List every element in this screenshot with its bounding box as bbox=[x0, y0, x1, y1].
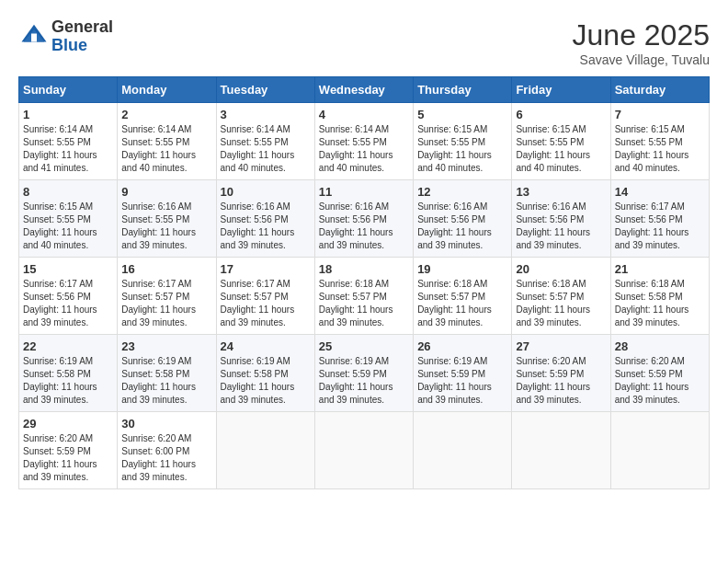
title-block: June 2025 Savave Village, Tuvalu bbox=[573, 18, 710, 67]
day-number: 24 bbox=[221, 339, 311, 353]
calendar-table: SundayMondayTuesdayWednesdayThursdayFrid… bbox=[18, 76, 710, 489]
day-number: 13 bbox=[516, 185, 606, 199]
day-info: Sunrise: 6:20 AM Sunset: 5:59 PM Dayligh… bbox=[615, 355, 705, 407]
calendar-day-cell: 5 Sunrise: 6:15 AM Sunset: 5:55 PM Dayli… bbox=[414, 103, 512, 180]
day-number: 7 bbox=[615, 108, 705, 121]
day-info: Sunrise: 6:18 AM Sunset: 5:57 PM Dayligh… bbox=[417, 278, 507, 329]
calendar-day-cell bbox=[314, 412, 413, 489]
day-number: 10 bbox=[221, 185, 311, 199]
calendar-day-cell bbox=[414, 412, 512, 489]
calendar-day-cell: 14 Sunrise: 6:17 AM Sunset: 5:56 PM Dayl… bbox=[610, 180, 709, 258]
calendar-week-2: 8 Sunrise: 6:15 AM Sunset: 5:55 PM Dayli… bbox=[19, 180, 710, 258]
month-title: June 2025 bbox=[573, 18, 710, 52]
weekday-header-thursday: Thursday bbox=[414, 77, 512, 103]
logo: General Blue bbox=[18, 18, 113, 55]
calendar-day-cell: 20 Sunrise: 6:18 AM Sunset: 5:57 PM Dayl… bbox=[512, 258, 610, 335]
calendar-day-cell bbox=[512, 412, 610, 489]
day-info: Sunrise: 6:19 AM Sunset: 5:59 PM Dayligh… bbox=[319, 355, 409, 407]
day-number: 27 bbox=[516, 339, 606, 353]
day-number: 2 bbox=[121, 108, 211, 121]
calendar-day-cell: 8 Sunrise: 6:15 AM Sunset: 5:55 PM Dayli… bbox=[19, 180, 118, 258]
day-info: Sunrise: 6:19 AM Sunset: 5:58 PM Dayligh… bbox=[23, 355, 113, 407]
day-number: 29 bbox=[23, 417, 113, 431]
calendar-week-4: 22 Sunrise: 6:19 AM Sunset: 5:58 PM Dayl… bbox=[19, 335, 710, 412]
calendar-day-cell: 26 Sunrise: 6:19 AM Sunset: 5:59 PM Dayl… bbox=[414, 335, 512, 412]
day-number: 5 bbox=[417, 108, 507, 121]
day-info: Sunrise: 6:18 AM Sunset: 5:57 PM Dayligh… bbox=[319, 278, 409, 329]
day-number: 4 bbox=[319, 108, 409, 121]
calendar-day-cell: 11 Sunrise: 6:16 AM Sunset: 5:56 PM Dayl… bbox=[314, 180, 413, 258]
calendar-day-cell bbox=[610, 412, 709, 489]
calendar-day-cell: 3 Sunrise: 6:14 AM Sunset: 5:55 PM Dayli… bbox=[216, 103, 314, 180]
day-info: Sunrise: 6:19 AM Sunset: 5:59 PM Dayligh… bbox=[417, 355, 507, 407]
day-info: Sunrise: 6:15 AM Sunset: 5:55 PM Dayligh… bbox=[516, 123, 606, 175]
calendar-day-cell bbox=[216, 412, 314, 489]
calendar-day-cell: 6 Sunrise: 6:15 AM Sunset: 5:55 PM Dayli… bbox=[512, 103, 610, 180]
day-number: 26 bbox=[417, 339, 507, 353]
day-number: 22 bbox=[23, 339, 113, 353]
weekday-header-monday: Monday bbox=[118, 77, 216, 103]
calendar-week-1: 1 Sunrise: 6:14 AM Sunset: 5:55 PM Dayli… bbox=[19, 103, 710, 180]
calendar-day-cell: 10 Sunrise: 6:16 AM Sunset: 5:56 PM Dayl… bbox=[216, 180, 314, 258]
day-info: Sunrise: 6:14 AM Sunset: 5:55 PM Dayligh… bbox=[23, 123, 113, 175]
day-info: Sunrise: 6:19 AM Sunset: 5:58 PM Dayligh… bbox=[121, 355, 211, 407]
day-info: Sunrise: 6:15 AM Sunset: 5:55 PM Dayligh… bbox=[23, 201, 113, 252]
calendar-day-cell: 16 Sunrise: 6:17 AM Sunset: 5:57 PM Dayl… bbox=[118, 258, 216, 335]
weekday-header-saturday: Saturday bbox=[610, 77, 709, 103]
day-number: 23 bbox=[121, 339, 211, 353]
day-info: Sunrise: 6:18 AM Sunset: 5:58 PM Dayligh… bbox=[615, 278, 705, 329]
day-number: 15 bbox=[23, 262, 113, 276]
day-number: 9 bbox=[121, 185, 211, 199]
calendar-day-cell: 22 Sunrise: 6:19 AM Sunset: 5:58 PM Dayl… bbox=[19, 335, 118, 412]
day-number: 11 bbox=[319, 185, 409, 199]
day-info: Sunrise: 6:16 AM Sunset: 5:56 PM Dayligh… bbox=[516, 201, 606, 252]
day-number: 14 bbox=[615, 185, 705, 199]
day-info: Sunrise: 6:16 AM Sunset: 5:55 PM Dayligh… bbox=[121, 201, 211, 252]
day-info: Sunrise: 6:14 AM Sunset: 5:55 PM Dayligh… bbox=[319, 123, 409, 175]
day-number: 19 bbox=[417, 262, 507, 276]
calendar-day-cell: 21 Sunrise: 6:18 AM Sunset: 5:58 PM Dayl… bbox=[610, 258, 709, 335]
day-info: Sunrise: 6:20 AM Sunset: 5:59 PM Dayligh… bbox=[516, 355, 606, 407]
calendar-day-cell: 29 Sunrise: 6:20 AM Sunset: 5:59 PM Dayl… bbox=[19, 412, 118, 489]
calendar-day-cell: 27 Sunrise: 6:20 AM Sunset: 5:59 PM Dayl… bbox=[512, 335, 610, 412]
calendar-day-cell: 25 Sunrise: 6:19 AM Sunset: 5:59 PM Dayl… bbox=[314, 335, 413, 412]
calendar-day-cell: 18 Sunrise: 6:18 AM Sunset: 5:57 PM Dayl… bbox=[314, 258, 413, 335]
calendar-day-cell: 2 Sunrise: 6:14 AM Sunset: 5:55 PM Dayli… bbox=[118, 103, 216, 180]
weekday-header-friday: Friday bbox=[512, 77, 610, 103]
location-subtitle: Savave Village, Tuvalu bbox=[573, 52, 710, 67]
day-info: Sunrise: 6:17 AM Sunset: 5:57 PM Dayligh… bbox=[121, 278, 211, 329]
day-number: 25 bbox=[319, 339, 409, 353]
day-info: Sunrise: 6:17 AM Sunset: 5:57 PM Dayligh… bbox=[221, 278, 311, 329]
calendar-day-cell: 19 Sunrise: 6:18 AM Sunset: 5:57 PM Dayl… bbox=[414, 258, 512, 335]
day-number: 20 bbox=[516, 262, 606, 276]
calendar-day-cell: 28 Sunrise: 6:20 AM Sunset: 5:59 PM Dayl… bbox=[610, 335, 709, 412]
weekday-header-sunday: Sunday bbox=[19, 77, 118, 103]
day-number: 18 bbox=[319, 262, 409, 276]
day-number: 8 bbox=[23, 185, 113, 199]
calendar-day-cell: 7 Sunrise: 6:15 AM Sunset: 5:55 PM Dayli… bbox=[610, 103, 709, 180]
weekday-header-tuesday: Tuesday bbox=[216, 77, 314, 103]
day-number: 30 bbox=[121, 417, 211, 431]
day-number: 1 bbox=[23, 108, 113, 121]
day-number: 12 bbox=[417, 185, 507, 199]
day-number: 6 bbox=[516, 108, 606, 121]
day-info: Sunrise: 6:17 AM Sunset: 5:56 PM Dayligh… bbox=[23, 278, 113, 329]
day-info: Sunrise: 6:16 AM Sunset: 5:56 PM Dayligh… bbox=[221, 201, 311, 252]
day-info: Sunrise: 6:19 AM Sunset: 5:58 PM Dayligh… bbox=[221, 355, 311, 407]
calendar-day-cell: 30 Sunrise: 6:20 AM Sunset: 6:00 PM Dayl… bbox=[118, 412, 216, 489]
day-info: Sunrise: 6:14 AM Sunset: 5:55 PM Dayligh… bbox=[221, 123, 311, 175]
calendar-day-cell: 15 Sunrise: 6:17 AM Sunset: 5:56 PM Dayl… bbox=[19, 258, 118, 335]
calendar-day-cell: 1 Sunrise: 6:14 AM Sunset: 5:55 PM Dayli… bbox=[19, 103, 118, 180]
calendar-day-cell: 23 Sunrise: 6:19 AM Sunset: 5:58 PM Dayl… bbox=[118, 335, 216, 412]
weekday-header-row: SundayMondayTuesdayWednesdayThursdayFrid… bbox=[19, 77, 710, 103]
page-header: General Blue June 2025 Savave Village, T… bbox=[18, 18, 710, 67]
day-number: 16 bbox=[121, 262, 211, 276]
calendar-day-cell: 17 Sunrise: 6:17 AM Sunset: 5:57 PM Dayl… bbox=[216, 258, 314, 335]
calendar-day-cell: 12 Sunrise: 6:16 AM Sunset: 5:56 PM Dayl… bbox=[414, 180, 512, 258]
day-number: 17 bbox=[221, 262, 311, 276]
day-info: Sunrise: 6:16 AM Sunset: 5:56 PM Dayligh… bbox=[319, 201, 409, 252]
day-info: Sunrise: 6:15 AM Sunset: 5:55 PM Dayligh… bbox=[615, 123, 705, 175]
logo-blue-text: Blue bbox=[51, 36, 87, 54]
calendar-week-3: 15 Sunrise: 6:17 AM Sunset: 5:56 PM Dayl… bbox=[19, 258, 710, 335]
calendar-day-cell: 13 Sunrise: 6:16 AM Sunset: 5:56 PM Dayl… bbox=[512, 180, 610, 258]
